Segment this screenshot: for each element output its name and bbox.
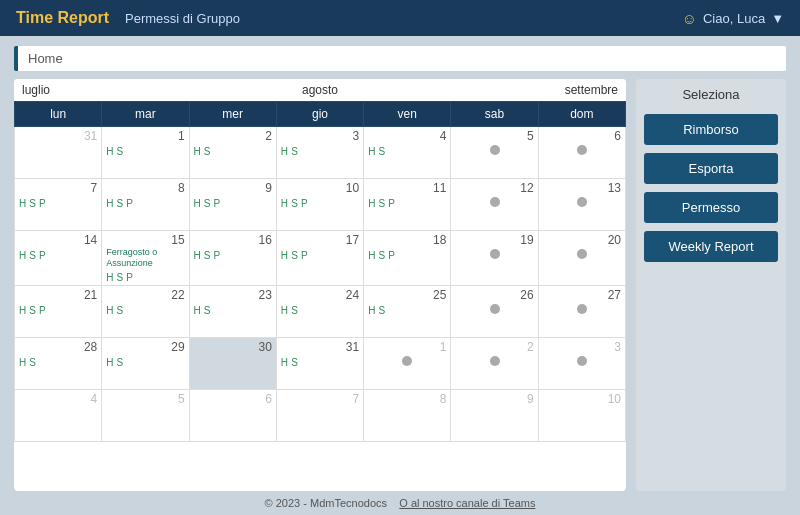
tag-s[interactable]: S	[291, 250, 298, 261]
day-tags[interactable]: H S P	[368, 249, 446, 261]
tag-h[interactable]: H	[368, 250, 375, 261]
user-menu[interactable]: ☺ Ciao, Luca ▼	[682, 10, 784, 27]
calendar-cell-r1c3[interactable]: 10H S P	[276, 179, 363, 231]
calendar-cell-r2c0[interactable]: 14H S P	[15, 231, 102, 286]
tag-p[interactable]: P	[39, 250, 46, 261]
day-tags[interactable]: H S P	[106, 271, 184, 283]
day-tags[interactable]: H S	[368, 145, 446, 157]
calendar-cell-r1c1[interactable]: 8H S P	[102, 179, 189, 231]
tag-h[interactable]: H	[19, 357, 26, 368]
tag-s[interactable]: S	[378, 198, 385, 209]
tag-h[interactable]: H	[106, 272, 113, 283]
tag-h[interactable]: H	[194, 250, 201, 261]
calendar-cell-r4c6[interactable]: 3	[538, 337, 625, 389]
calendar-cell-r0c0[interactable]: 31	[15, 127, 102, 179]
tag-h[interactable]: H	[281, 146, 288, 157]
day-tags[interactable]: H S P	[281, 197, 359, 209]
tag-s[interactable]: S	[291, 198, 298, 209]
tag-h[interactable]: H	[281, 250, 288, 261]
tag-p[interactable]: P	[301, 250, 308, 261]
tag-s[interactable]: S	[378, 250, 385, 261]
tag-s[interactable]: S	[29, 305, 36, 316]
tag-s[interactable]: S	[29, 357, 36, 368]
day-tags[interactable]: H S	[194, 145, 272, 157]
calendar-cell-r3c1[interactable]: 22H S	[102, 285, 189, 337]
day-tags[interactable]: H S	[194, 304, 272, 316]
calendar-cell-r4c5[interactable]: 2	[451, 337, 538, 389]
tag-p[interactable]: P	[301, 198, 308, 209]
calendar-cell-r0c4[interactable]: 4H S	[364, 127, 451, 179]
tag-s[interactable]: S	[204, 305, 211, 316]
calendar-cell-r0c2[interactable]: 2H S	[189, 127, 276, 179]
calendar-cell-r1c0[interactable]: 7H S P	[15, 179, 102, 231]
weekly-report-button[interactable]: Weekly Report	[644, 231, 778, 262]
day-tags[interactable]: H S	[368, 304, 446, 316]
day-tags[interactable]: H S P	[368, 197, 446, 209]
tag-s[interactable]: S	[204, 198, 211, 209]
day-tags[interactable]: H S P	[19, 304, 97, 316]
tag-h[interactable]: H	[19, 198, 26, 209]
calendar-cell-r3c3[interactable]: 24H S	[276, 285, 363, 337]
tag-h[interactable]: H	[368, 198, 375, 209]
calendar-cell-r1c2[interactable]: 9H S P	[189, 179, 276, 231]
day-tags[interactable]: H S P	[19, 249, 97, 261]
day-tags[interactable]: H S	[106, 304, 184, 316]
tag-h[interactable]: H	[194, 198, 201, 209]
tag-h[interactable]: H	[19, 250, 26, 261]
day-tags[interactable]: H S	[19, 356, 97, 368]
calendar-cell-r0c5[interactable]: 5	[451, 127, 538, 179]
calendar-cell-r3c4[interactable]: 25H S	[364, 285, 451, 337]
day-tags[interactable]: H S	[281, 304, 359, 316]
calendar-cell-r3c6[interactable]: 27	[538, 285, 625, 337]
tag-p[interactable]: P	[126, 272, 133, 283]
tag-s[interactable]: S	[117, 357, 124, 368]
calendar-cell-r2c4[interactable]: 18H S P	[364, 231, 451, 286]
tag-p[interactable]: P	[388, 250, 395, 261]
tag-s[interactable]: S	[378, 305, 385, 316]
calendar-cell-r0c6[interactable]: 6	[538, 127, 625, 179]
calendar-cell-r2c2[interactable]: 16H S P	[189, 231, 276, 286]
tag-s[interactable]: S	[29, 250, 36, 261]
tag-h[interactable]: H	[106, 198, 113, 209]
calendar-cell-r5c1[interactable]: 5	[102, 389, 189, 441]
calendar-cell-r4c4[interactable]: 1	[364, 337, 451, 389]
day-tags[interactable]: H S	[106, 356, 184, 368]
calendar-cell-r4c0[interactable]: 28H S	[15, 337, 102, 389]
tag-p[interactable]: P	[388, 198, 395, 209]
calendar-cell-r4c1[interactable]: 29H S	[102, 337, 189, 389]
calendar-cell-r5c6[interactable]: 10	[538, 389, 625, 441]
tag-h[interactable]: H	[281, 198, 288, 209]
calendar-cell-r1c6[interactable]: 13	[538, 179, 625, 231]
tag-h[interactable]: H	[194, 305, 201, 316]
day-tags[interactable]: H S P	[281, 249, 359, 261]
tag-p[interactable]: P	[39, 198, 46, 209]
calendar-cell-r5c4[interactable]: 8	[364, 389, 451, 441]
tag-s[interactable]: S	[291, 357, 298, 368]
day-tags[interactable]: H S	[281, 145, 359, 157]
calendar-cell-r3c0[interactable]: 21H S P	[15, 285, 102, 337]
tag-s[interactable]: S	[29, 198, 36, 209]
calendar-cell-r1c5[interactable]: 12	[451, 179, 538, 231]
tag-s[interactable]: S	[378, 146, 385, 157]
esporta-button[interactable]: Esporta	[644, 153, 778, 184]
tag-h[interactable]: H	[281, 305, 288, 316]
calendar-cell-r5c5[interactable]: 9	[451, 389, 538, 441]
nav-link-permessi[interactable]: Permessi di Gruppo	[125, 11, 240, 26]
calendar-cell-r2c3[interactable]: 17H S P	[276, 231, 363, 286]
calendar-cell-r2c6[interactable]: 20	[538, 231, 625, 286]
tag-s[interactable]: S	[117, 198, 124, 209]
tag-s[interactable]: S	[117, 305, 124, 316]
tag-s[interactable]: S	[291, 305, 298, 316]
calendar-cell-r3c5[interactable]: 26	[451, 285, 538, 337]
calendar-cell-r5c3[interactable]: 7	[276, 389, 363, 441]
tag-h[interactable]: H	[106, 357, 113, 368]
calendar-cell-r1c4[interactable]: 11H S P	[364, 179, 451, 231]
tag-h[interactable]: H	[106, 305, 113, 316]
calendar-cell-r3c2[interactable]: 23H S	[189, 285, 276, 337]
calendar-cell-r5c2[interactable]: 6	[189, 389, 276, 441]
calendar-cell-r4c2[interactable]: 30	[189, 337, 276, 389]
calendar-cell-r2c1[interactable]: 15Ferragosto oAssunzioneH S P	[102, 231, 189, 286]
tag-h[interactable]: H	[194, 146, 201, 157]
calendar-cell-r0c1[interactable]: 1H S	[102, 127, 189, 179]
tag-s[interactable]: S	[204, 146, 211, 157]
